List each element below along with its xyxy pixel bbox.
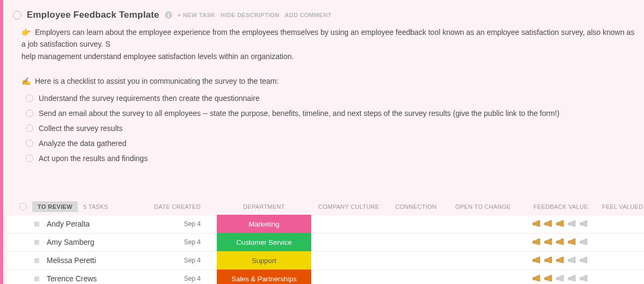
checklist-item[interactable]: Analyze the data gathered <box>26 136 644 151</box>
column-connection[interactable]: CONNECTION <box>386 203 445 210</box>
svg-rect-5 <box>533 241 535 244</box>
svg-rect-12 <box>557 259 558 262</box>
task-status-icon[interactable] <box>34 276 39 281</box>
column-company-culture[interactable]: COMPANY CULTURE <box>311 203 386 210</box>
megaphone-icon <box>555 219 567 229</box>
column-date-created[interactable]: DATE CREATED <box>142 203 217 210</box>
task-row[interactable]: Melissa Peretti Sep 4 Support <box>8 252 644 270</box>
task-status-icon[interactable] <box>34 258 39 263</box>
megaphone-icon <box>579 237 590 247</box>
new-task-button[interactable]: + NEW TASK <box>178 12 215 18</box>
feedback-value-cell[interactable] <box>521 237 601 247</box>
megaphone-icon <box>543 237 555 247</box>
megaphone-icon <box>543 219 555 229</box>
description-line2: help management understand employee sati… <box>8 51 641 64</box>
task-status-icon[interactable] <box>34 240 39 245</box>
svg-rect-9 <box>580 241 582 244</box>
checklist-item-label: Analyze the data gathered <box>39 139 126 148</box>
megaphone-icon <box>555 273 567 284</box>
page-title: Employee Feedback Template <box>27 10 159 20</box>
megaphone-icon <box>567 273 579 284</box>
task-name[interactable]: Terence Crews <box>47 274 97 283</box>
checkbox-icon[interactable] <box>26 125 33 132</box>
checklist-item[interactable]: Understand the survey requirements then … <box>26 91 644 106</box>
task-row[interactable]: Terence Crews Sep 4 Sales & Partnerships <box>8 270 644 284</box>
column-feel-valued[interactable]: FEEL VALUED <box>601 203 644 210</box>
description-intro: 👉 Employers can learn about the employee… <box>8 24 641 51</box>
svg-rect-17 <box>557 278 558 280</box>
svg-rect-6 <box>545 241 546 244</box>
department-cell[interactable]: Customer Service <box>217 233 311 251</box>
pointing-right-icon: 👉 <box>21 28 31 37</box>
checklist-item-label: Act upon the results and findings <box>39 154 148 163</box>
megaphone-icon <box>567 219 579 229</box>
svg-rect-10 <box>533 259 535 262</box>
checklist-item[interactable]: Collect the survey results <box>26 121 644 136</box>
svg-rect-18 <box>568 278 570 280</box>
svg-rect-15 <box>533 278 535 280</box>
svg-rect-1 <box>545 223 546 225</box>
megaphone-icon <box>531 255 543 266</box>
checklist-label-text: Here is a checklist to assist you in com… <box>35 77 279 85</box>
megaphone-icon <box>531 273 543 284</box>
svg-rect-16 <box>545 278 546 280</box>
date-created-cell: Sep 4 <box>142 257 217 264</box>
column-feedback-value[interactable]: FEEDBACK VALUE <box>521 203 601 210</box>
megaphone-icon <box>543 273 555 284</box>
department-cell[interactable]: Support <box>217 251 311 270</box>
hide-description-button[interactable]: HIDE DESCRIPTION <box>221 12 279 18</box>
megaphone-icon <box>579 255 590 266</box>
checkbox-icon[interactable] <box>26 155 33 162</box>
svg-rect-7 <box>557 241 558 244</box>
megaphone-icon <box>555 237 567 247</box>
svg-rect-8 <box>568 241 570 244</box>
svg-rect-11 <box>545 259 546 262</box>
column-department[interactable]: DEPARTMENT <box>217 203 311 210</box>
svg-rect-19 <box>580 278 582 280</box>
checkbox-icon[interactable] <box>26 94 33 102</box>
group-collapse-icon[interactable] <box>19 203 27 210</box>
column-open-to-change[interactable]: OPEN TO CHANGE <box>445 203 521 210</box>
checklist-item-label: Send an email about the survey to all em… <box>39 109 559 118</box>
svg-rect-4 <box>580 223 582 225</box>
checkbox-icon[interactable] <box>26 140 33 147</box>
checkbox-icon[interactable] <box>26 110 33 117</box>
task-status-icon[interactable] <box>34 222 39 227</box>
svg-rect-14 <box>580 259 582 262</box>
department-cell[interactable]: Sales & Partnerships <box>217 270 311 284</box>
svg-rect-0 <box>533 223 535 225</box>
task-name[interactable]: Amy Samberg <box>47 238 94 246</box>
checklist-item-label: Collect the survey results <box>39 124 122 133</box>
checklist-item[interactable]: Send an email about the survey to all em… <box>26 106 644 121</box>
add-comment-button[interactable]: ADD COMMENT <box>284 12 331 18</box>
feedback-value-cell[interactable] <box>521 219 601 229</box>
checklist-item[interactable]: Act upon the results and findings <box>26 151 644 166</box>
date-created-cell: Sep 4 <box>142 220 217 228</box>
task-row[interactable]: Andy Peralta Sep 4 Marketing <box>8 215 644 234</box>
megaphone-icon <box>555 255 567 266</box>
status-group-label[interactable]: TO REVIEW <box>32 201 78 212</box>
date-created-cell: Sep 4 <box>142 275 217 282</box>
svg-rect-2 <box>557 223 558 225</box>
description-text-1: Employers can learn about the employee e… <box>21 28 634 48</box>
megaphone-icon <box>531 219 543 229</box>
megaphone-icon <box>543 255 555 266</box>
task-name[interactable]: Melissa Peretti <box>47 256 96 265</box>
megaphone-icon <box>567 237 579 247</box>
megaphone-icon <box>579 219 590 229</box>
feedback-value-cell[interactable] <box>521 255 601 266</box>
info-icon[interactable]: i <box>165 11 172 19</box>
task-row[interactable]: Amy Samberg Sep 4 Customer Service <box>8 234 644 252</box>
department-cell[interactable]: Marketing <box>217 215 311 233</box>
checklist-heading: ✍️ Here is a checklist to assist you in … <box>8 64 641 89</box>
feedback-value-cell[interactable] <box>521 273 601 284</box>
date-created-cell: Sep 4 <box>142 238 217 246</box>
writing-hand-icon: ✍️ <box>21 77 31 85</box>
task-name[interactable]: Andy Peralta <box>47 220 90 228</box>
svg-rect-13 <box>568 259 570 262</box>
checklist-item-label: Understand the survey requirements then … <box>39 94 260 103</box>
status-ring-icon[interactable] <box>13 11 21 19</box>
megaphone-icon <box>579 273 590 284</box>
megaphone-icon <box>567 255 579 266</box>
megaphone-icon <box>531 237 543 247</box>
